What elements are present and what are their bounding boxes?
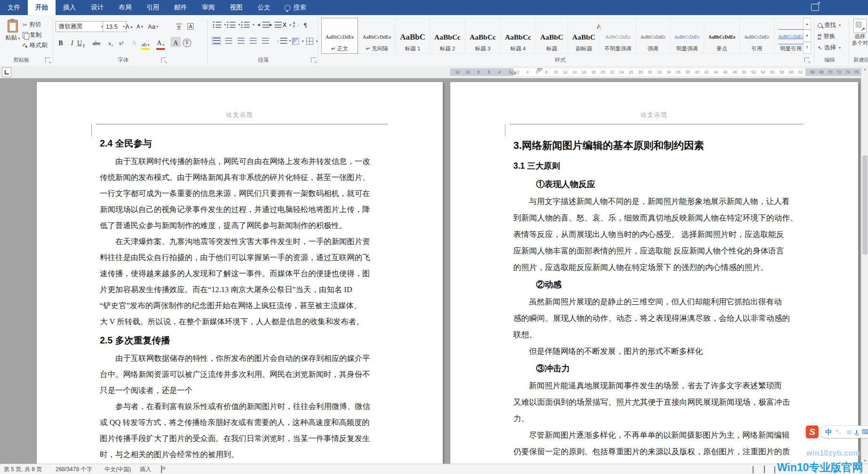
tell-me-search[interactable]: 搜索 (284, 0, 306, 15)
gallery-more-arrow[interactable]: ⊽ (803, 42, 811, 54)
page-left[interactable]: 论文示范 2.4 全民参与由于互联网时代传播的新特点，网民可自由在网络上发布并转… (37, 82, 443, 464)
subscript-button[interactable]: x₂ (106, 37, 115, 48)
web-layout-button[interactable] (774, 466, 775, 473)
vertical-scrollbar[interactable]: ▲ ▼ (861, 66, 868, 464)
align-center-button[interactable] (225, 38, 232, 44)
paragraph-dialog-launcher[interactable] (311, 57, 316, 63)
page-indicator[interactable]: 第 5 页, 共 8 页 (4, 466, 42, 474)
language-indicator[interactable]: 中文(中国) (105, 466, 131, 474)
keyboard-icon[interactable]: ⌨ (861, 429, 868, 435)
character-border-button[interactable]: A (187, 21, 194, 32)
emoji-icon[interactable]: ☺ (846, 429, 852, 435)
italic-button[interactable]: I (68, 37, 76, 48)
sogou-logo-icon[interactable]: S (806, 425, 819, 438)
tab-stop-selector[interactable] (2, 67, 11, 77)
grow-font-button[interactable]: A▲ (125, 21, 133, 32)
style-card[interactable]: AaBbCc 标题 2 (430, 18, 465, 54)
copy-button[interactable]: 复制 (23, 31, 41, 39)
format-painter-button[interactable]: 格式刷 (23, 41, 48, 49)
paste-button[interactable]: 粘贴 (5, 20, 21, 42)
ribbon-tab[interactable]: 设计 (83, 0, 111, 15)
align-left-button[interactable] (213, 38, 220, 44)
increase-indent-button[interactable]: ▶ (269, 22, 282, 28)
font-name-combo[interactable]: 微软雅黑▾ (56, 21, 105, 32)
replace-button[interactable]: ab ac 替换 (818, 33, 835, 41)
style-card[interactable]: AaBbCc 标题 4 (501, 18, 535, 54)
ribbon-tab[interactable]: 审阅 (195, 0, 222, 15)
borders-button[interactable] (306, 38, 318, 45)
scroll-up-arrow[interactable]: ▲ (861, 67, 868, 71)
first-line-indent-marker[interactable] (537, 68, 542, 70)
underline-button[interactable]: U (77, 37, 85, 48)
distribute-button[interactable] (262, 38, 269, 44)
scrollbar-thumb[interactable] (862, 155, 868, 254)
insert-mode-indicator[interactable]: 插入 (140, 466, 151, 474)
align-right-button[interactable] (237, 38, 244, 44)
bold-button[interactable]: B (57, 37, 65, 48)
print-layout-button[interactable] (764, 466, 765, 473)
gallery-up-arrow[interactable]: ▲ (803, 18, 811, 30)
style-card[interactable]: AaBbCcDdEe ↵ 正文 (321, 18, 358, 54)
font-size-combo[interactable]: 13.5▾ (103, 21, 127, 32)
ribbon-tab[interactable]: 邮件 (167, 0, 195, 15)
select-button[interactable]: ↖ 选择 (818, 44, 841, 52)
character-shading-button[interactable]: A (170, 37, 181, 47)
read-mode-button[interactable] (753, 466, 754, 473)
enclose-characters-button[interactable]: 字 (183, 37, 191, 48)
decrease-indent-button[interactable]: ◀ (257, 22, 269, 28)
ribbon-tab[interactable]: 开始 (28, 0, 56, 15)
shading-button[interactable] (292, 38, 304, 45)
superscript-button[interactable]: x² (117, 37, 125, 48)
style-card[interactable]: AaBbC 标题 (536, 18, 568, 54)
find-button[interactable]: 查找 (818, 21, 841, 29)
style-card[interactable]: AaBbCcDdEe 明显强调 (670, 18, 704, 54)
ribbon-tab[interactable]: 插入 (56, 0, 83, 15)
numbering-button[interactable] (227, 22, 240, 28)
gallery-down-arrow[interactable]: ▼ (803, 30, 811, 41)
ime-chinese-mode-icon[interactable]: 中 (825, 429, 832, 435)
page-right[interactable]: 论文示范 3.网络新闻图片编辑的基本原则和制约因素3.1 三大原则①表现人物反应… (450, 82, 858, 464)
asian-layout-button[interactable]: X (283, 22, 291, 28)
cut-button[interactable]: ✂ 剪切 (23, 21, 41, 29)
multilevel-list-button[interactable] (241, 22, 254, 28)
change-case-button[interactable]: Aa (148, 21, 158, 32)
document-canvas[interactable]: 论文示范 2.4 全民参与由于互联网时代传播的新特点，网民可自由在网络上发布并转… (0, 78, 868, 464)
style-card[interactable]: AaBbCcDdEe 不明显强调 (600, 18, 636, 54)
font-dialog-launcher[interactable] (161, 57, 166, 63)
proofing-status-icon[interactable] (161, 466, 162, 473)
left-indent-marker[interactable] (511, 72, 516, 74)
shrink-font-button[interactable]: A▼ (137, 21, 144, 32)
ime-punctuation-icon[interactable]: °， (836, 430, 842, 434)
style-card[interactable]: AaBbCcDdEe 强调 (636, 18, 670, 54)
microphone-icon[interactable] (856, 430, 857, 434)
style-card[interactable]: AaBbC 标题 1 (396, 18, 430, 54)
style-card[interactable]: AaBbC 副标题 (568, 18, 600, 54)
ruler-left-margin[interactable]: 12108642 (450, 68, 517, 76)
justify-button[interactable] (250, 38, 257, 44)
style-card[interactable]: AaBbCcDdEe ↵ 无间隔 (358, 18, 395, 54)
font-color-button[interactable]: A (156, 37, 165, 50)
select-multiple-objects-button[interactable]: 选择 多个对 (851, 19, 868, 46)
sort-button[interactable]: AZ↓ (293, 22, 299, 28)
phonetic-guide-button[interactable]: wén 文 (176, 21, 182, 32)
style-card[interactable]: AaBbCc 标题 3 (465, 18, 500, 54)
ribbon-tab[interactable]: 公文 (250, 0, 278, 15)
ribbon-tab[interactable]: 布局 (111, 0, 139, 15)
ribbon-tab[interactable]: 视图 (222, 0, 250, 15)
ruler-text-area[interactable]: 2468101214161820222426283032343638404244… (513, 68, 805, 76)
show-marks-button[interactable]: ¶ (303, 22, 307, 29)
text-highlight-button[interactable]: ab (141, 37, 150, 50)
ribbon-tab[interactable]: 引用 (139, 0, 167, 15)
ribbon-tab[interactable]: 文件 (0, 0, 28, 15)
strikethrough-button[interactable]: abc (92, 37, 101, 48)
style-card[interactable]: AaBbCcDdEe 引用 (740, 18, 773, 54)
line-spacing-button[interactable]: ↕ (277, 38, 291, 44)
clipboard-dialog-launcher[interactable] (45, 57, 50, 63)
bullets-button[interactable] (213, 22, 226, 28)
text-effects-button[interactable]: A (130, 37, 138, 48)
styles-dialog-launcher[interactable] (804, 57, 810, 63)
ime-toolbar[interactable]: S 中 °， ☺ ⌨ (806, 425, 868, 438)
ruler-right-margin[interactable]: 666870727476 (805, 68, 864, 76)
style-card[interactable]: AaBbCcDdEe 要点 (704, 18, 739, 54)
word-count[interactable]: 268/3478 个字 (56, 466, 92, 474)
